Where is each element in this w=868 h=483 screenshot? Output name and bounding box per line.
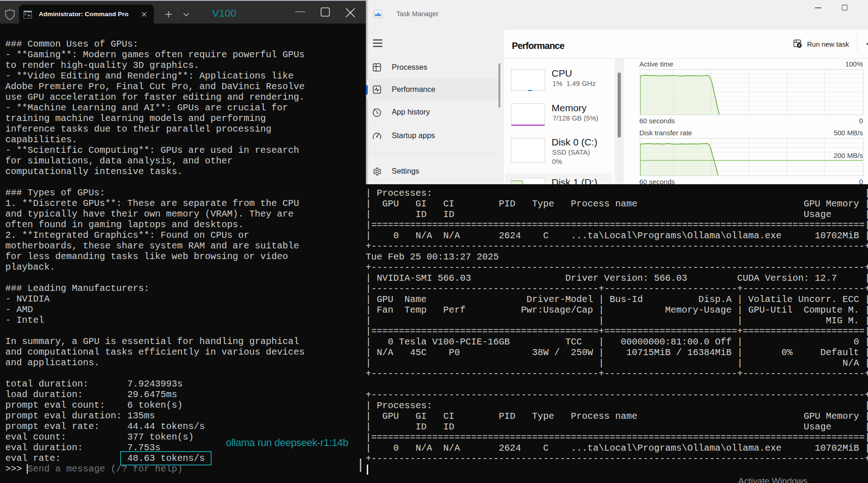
- svg-text:C:\: C:\: [24, 13, 30, 16]
